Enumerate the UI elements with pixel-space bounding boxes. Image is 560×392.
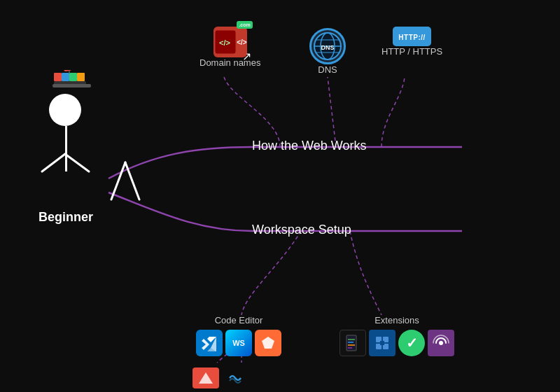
- radio-icon: [428, 330, 454, 356]
- svg-rect-4: [69, 73, 77, 81]
- svg-line-9: [65, 154, 89, 172]
- code-editor-icons: WS: [196, 330, 281, 356]
- svg-text:</>: </>: [219, 38, 230, 47]
- svg-line-10: [111, 162, 125, 200]
- extensions-label: Extensions: [340, 315, 454, 326]
- http-label: HTTP / HTTPS: [382, 46, 442, 57]
- how-web-works-label: How the Web Works: [252, 139, 366, 153]
- svg-rect-29: [380, 341, 384, 345]
- svg-marker-31: [199, 372, 213, 384]
- legs-svg: [108, 161, 157, 203]
- domain-names-label: Domain names: [200, 57, 260, 68]
- http-icon: HTTP://: [393, 27, 431, 46]
- dns-icon: DNS: [309, 28, 346, 64]
- svg-point-30: [439, 341, 443, 345]
- domain-badge: .com: [237, 21, 252, 29]
- bottom-icon-1: [192, 368, 219, 388]
- bottom-icon-2: [222, 368, 248, 388]
- code-editor-section: Code Editor WS: [196, 315, 281, 356]
- http-node: HTTP:// HTTP / HTTPS: [382, 27, 442, 57]
- stick-figure: [42, 70, 150, 216]
- domain-names-node: </> .com ↗ Domain names: [200, 27, 260, 68]
- main-container: Beginner </> .com ↗ Domain names: [0, 0, 560, 392]
- svg-rect-3: [62, 73, 69, 81]
- code-editor-label: Code Editor: [196, 315, 281, 326]
- extensions-section: Extensions: [340, 315, 454, 356]
- bottom-icons: [192, 368, 248, 388]
- domain-icon-wrapper: </> .com ↗: [214, 27, 247, 57]
- svg-rect-1: [52, 84, 91, 88]
- svg-line-8: [42, 154, 65, 172]
- webstorm-icon: WS: [225, 330, 252, 356]
- dns-node: DNS DNS: [309, 28, 346, 75]
- code-file-icon: [340, 330, 366, 356]
- vscode-icon: [196, 330, 223, 356]
- svg-rect-2: [54, 73, 62, 81]
- extensions-icons: ✓: [340, 330, 454, 356]
- svg-rect-5: [77, 73, 85, 81]
- puzzle-icon: [369, 330, 396, 356]
- svg-text:DNS: DNS: [321, 44, 334, 51]
- svg-line-11: [125, 162, 139, 200]
- beginner-label: Beginner: [38, 210, 93, 225]
- workspace-setup-label: Workspace Setup: [252, 223, 351, 237]
- arms-svg: [38, 147, 94, 175]
- cap-svg: [52, 70, 91, 91]
- sublime-icon: [255, 330, 281, 356]
- dns-label: DNS: [318, 64, 337, 75]
- spell-icon: ✓: [398, 330, 425, 356]
